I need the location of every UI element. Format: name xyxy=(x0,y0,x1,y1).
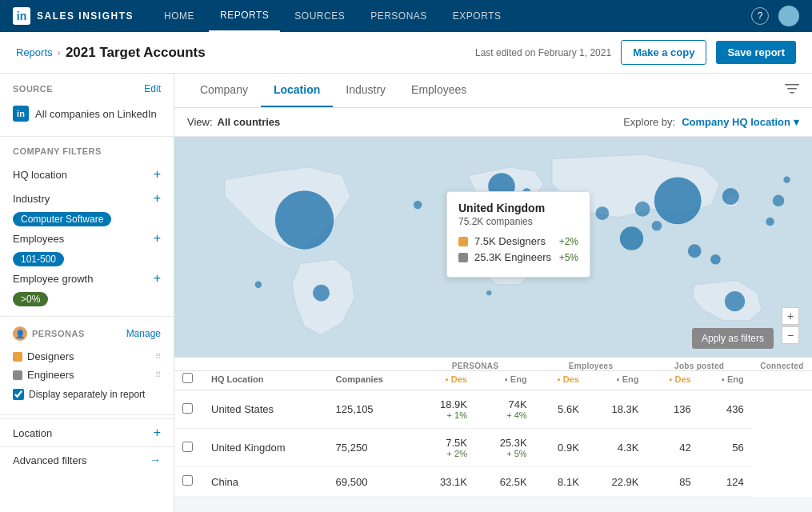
personas-header: 👤 PERSONAS Manage xyxy=(13,326,161,341)
employee-growth-filter-row[interactable]: Employee growth + xyxy=(13,266,161,290)
nav-reports[interactable]: REPORTS xyxy=(209,0,280,32)
svg-point-17 xyxy=(595,206,609,220)
avatar[interactable] xyxy=(778,6,799,26)
apply-as-filters-button[interactable]: Apply as filters xyxy=(692,328,774,349)
row-checkbox-0[interactable] xyxy=(182,403,193,414)
row-location-1: United Kingdom xyxy=(203,429,328,467)
explore-dropdown[interactable]: Company HQ location ▾ xyxy=(682,116,799,128)
sidebar-divider-3 xyxy=(0,414,174,415)
col-jobs-group-header: Jobs posted xyxy=(647,358,752,371)
tooltip-companies: 75.2K companies xyxy=(458,216,578,227)
svg-point-5 xyxy=(275,190,334,249)
row-emp-des-1: 7.5K + 2% xyxy=(415,429,475,467)
employees-tag[interactable]: 101-500 xyxy=(13,250,161,266)
nav-home[interactable]: HOME xyxy=(153,0,206,32)
row-emp-eng-2: 62.5K xyxy=(475,467,535,497)
nav-personas[interactable]: PERSONAS xyxy=(359,0,438,32)
explore-dropdown-chevron-icon: ▾ xyxy=(794,116,799,128)
industry-tag[interactable]: Computer Software xyxy=(13,210,161,226)
industry-add-icon[interactable]: + xyxy=(154,191,161,206)
personas-label: 👤 PERSONAS xyxy=(13,326,85,341)
table-select-all-checkbox[interactable] xyxy=(182,373,193,383)
industry-filter-section: Industry + Computer Software xyxy=(13,186,161,226)
company-filters-label: COMPANY FILTERS xyxy=(13,146,161,156)
manage-personas-link[interactable]: Manage xyxy=(126,328,161,339)
hq-location-filter[interactable]: HQ location + xyxy=(13,162,161,186)
tabs-filter-icon[interactable] xyxy=(785,82,799,98)
advanced-filters-arrow-icon[interactable]: → xyxy=(150,454,161,466)
svg-rect-2 xyxy=(790,92,794,94)
employee-growth-add-icon[interactable]: + xyxy=(154,271,161,286)
employee-growth-tag-value: >0% xyxy=(13,292,48,306)
advanced-filters-row[interactable]: Advanced filters → xyxy=(13,454,161,466)
row-companies-1: 75,250 xyxy=(328,429,416,467)
tooltip-row-designers: 7.5K Designers +2% xyxy=(458,235,578,247)
col-companies-header[interactable]: Companies xyxy=(328,371,416,390)
svg-point-7 xyxy=(654,177,702,224)
nav-links: HOME REPORTS SOURCES PERSONAS EXPORTS xyxy=(153,0,751,32)
svg-point-27 xyxy=(783,176,790,182)
map-zoom-out-button[interactable]: − xyxy=(782,326,799,344)
tab-location[interactable]: Location xyxy=(261,74,333,107)
row-emp-eng-0: 74K + 4% xyxy=(475,390,535,429)
industry-tag-value: Computer Software xyxy=(13,212,111,226)
save-report-button[interactable]: Save report xyxy=(716,41,796,64)
source-linkedin-icon: in xyxy=(13,106,29,122)
edit-source-link[interactable]: Edit xyxy=(144,83,161,94)
employees-add-icon[interactable]: + xyxy=(154,231,161,246)
designers-dot xyxy=(13,352,22,362)
tab-employees[interactable]: Employees xyxy=(398,74,479,107)
breadcrumb-separator: › xyxy=(58,46,61,58)
source-name: All companies on LinkedIn xyxy=(35,108,157,120)
display-separately-checkbox[interactable] xyxy=(13,389,24,400)
row-checkbox-1[interactable] xyxy=(182,442,193,452)
row-conn-des-1: 42 xyxy=(647,429,699,467)
col-jobs-des-header: ▪ Des xyxy=(535,371,587,390)
row-companies-2: 69,500 xyxy=(328,467,416,497)
designers-drag-handle[interactable]: ⠿ xyxy=(155,352,161,361)
row-emp-eng-1: 25.3K + 5% xyxy=(475,429,535,467)
employee-growth-tag[interactable]: >0% xyxy=(13,290,161,306)
row-checkbox-2[interactable] xyxy=(182,475,193,486)
table-row: United States 125,105 18.9K + 1% 74K + 4… xyxy=(174,390,812,429)
nav-exports[interactable]: EXPORTS xyxy=(442,0,513,32)
hq-location-add-icon[interactable]: + xyxy=(154,167,161,182)
location-row[interactable]: Location + xyxy=(13,426,161,440)
view-left: View: All countries xyxy=(187,116,280,128)
source-section: SOURCE Edit in All companies on LinkedIn xyxy=(0,74,174,133)
explore-value: Company HQ location xyxy=(682,116,790,128)
breadcrumb-parent[interactable]: Reports xyxy=(16,46,53,58)
row-jobs-des-1: 0.9K xyxy=(535,429,587,467)
tabs-row: Company Location Industry Employees xyxy=(174,74,812,108)
location-add-icon[interactable]: + xyxy=(154,426,161,440)
row-checkbox-cell xyxy=(174,390,203,429)
col-hq-header[interactable]: HQ Location xyxy=(203,371,328,390)
nav-sources[interactable]: SOURCES xyxy=(283,0,356,32)
persona-designers-left: Designers xyxy=(13,350,74,362)
tab-company[interactable]: Company xyxy=(187,74,261,107)
col-companies-group xyxy=(328,358,416,371)
breadcrumb-actions: Last edited on February 1, 2021 Make a c… xyxy=(475,40,796,65)
nav-logo: in SALES INSIGHTS xyxy=(13,7,134,25)
source-header: SOURCE Edit xyxy=(13,83,161,94)
map-container[interactable]: United Kingdom 75.2K companies 7.5K Desi… xyxy=(174,137,812,357)
advanced-filters-label: Advanced filters xyxy=(13,454,87,466)
industry-filter-row[interactable]: Industry + xyxy=(13,186,161,210)
main-layout: SOURCE Edit in All companies on LinkedIn… xyxy=(0,74,812,512)
row-jobs-eng-2: 22.9K xyxy=(587,467,647,497)
table-group-header-row: PERSONAS EmployeesJobs postedConnected xyxy=(174,358,812,371)
source-label: SOURCE xyxy=(13,84,53,94)
help-icon[interactable]: ? xyxy=(751,7,769,25)
tooltip-country: United Kingdom xyxy=(458,202,578,214)
sidebar: SOURCE Edit in All companies on LinkedIn… xyxy=(0,74,174,512)
employees-filter-row[interactable]: Employees + xyxy=(13,226,161,250)
svg-point-10 xyxy=(710,254,721,265)
make-copy-button[interactable]: Make a copy xyxy=(621,40,706,65)
tab-industry[interactable]: Industry xyxy=(333,74,398,107)
svg-point-8 xyxy=(620,226,643,250)
engineers-drag-handle[interactable]: ⠿ xyxy=(155,370,161,379)
map-zoom-in-button[interactable]: + xyxy=(782,307,799,325)
svg-point-31 xyxy=(486,290,491,295)
tooltip-engineers-dot xyxy=(458,253,468,262)
row-jobs-des-0: 5.6K xyxy=(535,390,587,429)
